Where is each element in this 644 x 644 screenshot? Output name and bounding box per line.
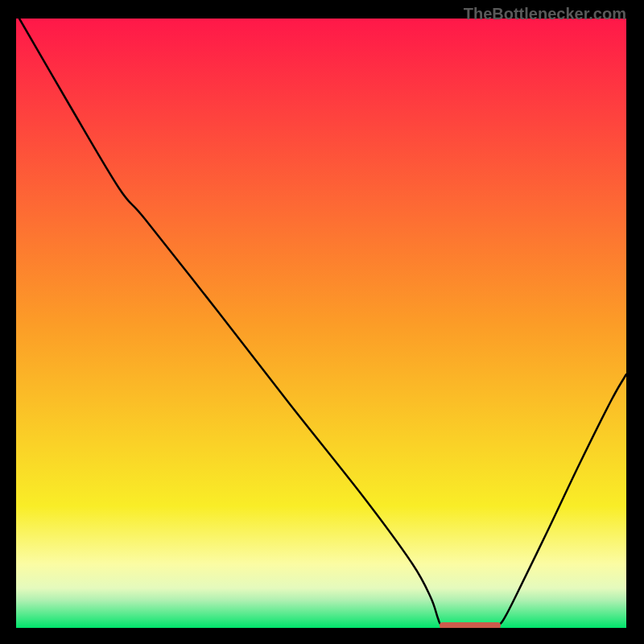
chart-root: TheBottlenecker.com <box>0 0 644 644</box>
watermark-text: TheBottlenecker.com <box>464 5 626 23</box>
chart-svg <box>0 0 644 644</box>
plot-area <box>16 19 626 628</box>
optimal-range-marker <box>440 622 501 629</box>
